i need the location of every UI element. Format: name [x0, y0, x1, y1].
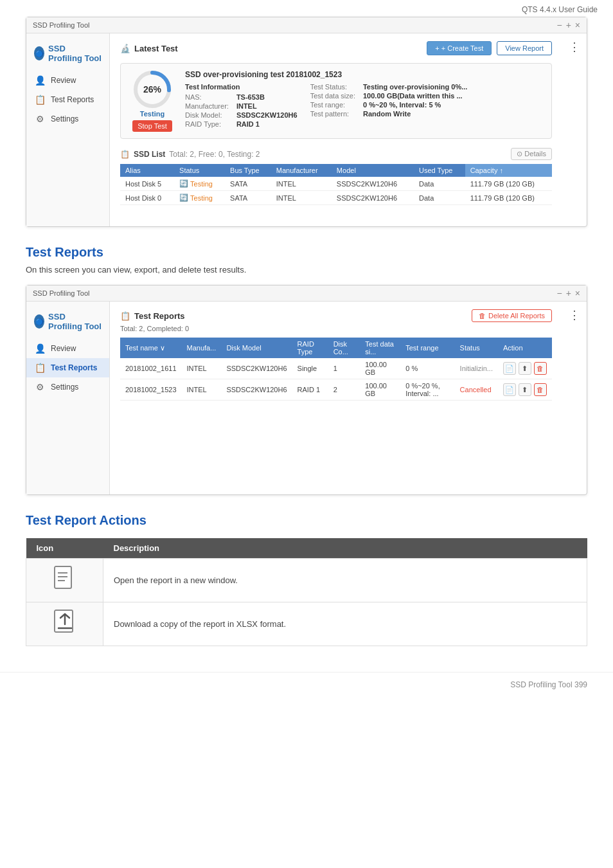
- ssd-list-subtitle: Total: 2, Free: 0, Testing: 2: [169, 150, 260, 159]
- r-datasize-0: 100.00 GB: [360, 358, 400, 379]
- r-testrange-1: 0 %~20 %, Interval: ...: [400, 379, 454, 401]
- minimize-btn-2[interactable]: −: [556, 288, 562, 298]
- r-diskmodel-0: SSDSC2KW120H6: [221, 358, 292, 379]
- test-status-section: Test Status: Testing over-provisioning 0…: [310, 83, 468, 128]
- sidebar-label-testreports-2: Test Reports: [51, 363, 97, 372]
- rth-status: Status: [455, 338, 498, 358]
- data-size-value: 100.00 GB(Data written this ...: [363, 92, 467, 100]
- sidebar-item-testreports-2[interactable]: 📋 Test Reports: [26, 358, 109, 377]
- delete-all-btn[interactable]: 🗑 Delete All Reports: [472, 309, 552, 322]
- close-btn-1[interactable]: ×: [575, 20, 580, 30]
- r-action-1: 📄 ⬆ 🗑: [498, 379, 552, 401]
- close-btn-2[interactable]: ×: [575, 288, 580, 298]
- view-report-btn[interactable]: View Report: [497, 41, 552, 55]
- export-icon: [53, 619, 76, 638]
- settings-icon-2: ⚙: [34, 382, 46, 392]
- test-range-label: Test range:: [310, 101, 355, 109]
- bustype-0: SATA: [225, 177, 271, 191]
- titlebar-1: SSD Profiling Tool − + ×: [26, 17, 587, 33]
- sidebar-item-settings-2[interactable]: ⚙ Settings: [26, 377, 109, 397]
- test-details: SSD over-provisioning test 20181002_1523…: [185, 70, 542, 132]
- mfr-0: INTEL: [271, 177, 332, 191]
- minimize-btn-1[interactable]: −: [556, 20, 562, 30]
- sidebar-item-review-2[interactable]: 👤 Review: [26, 339, 109, 358]
- r-status-0: Initializin...: [455, 358, 498, 379]
- actions-desc-0: Open the report in a new window.: [103, 559, 587, 602]
- table-row: Host Disk 0 🔄 Testing SATA INTEL SSDSC2K…: [120, 191, 552, 205]
- window-controls-1[interactable]: − + ×: [556, 20, 580, 30]
- status-badge-1: 🔄 Testing: [179, 194, 220, 202]
- app-icon-1: 🔵: [34, 46, 44, 60]
- test-status-value: Testing over-provisioning 0%...: [363, 83, 467, 91]
- window-title-1: SSD Profiling Tool: [33, 21, 89, 29]
- sidebar-item-settings-1[interactable]: ⚙ Settings: [26, 109, 109, 129]
- actions-heading: Test Report Actions: [26, 513, 587, 528]
- th-manufacturer: Manufacturer: [271, 164, 332, 177]
- guide-label: QTS 4.4.x User Guide: [0, 0, 613, 17]
- model-1: SSDSC2KW120H6: [332, 191, 414, 205]
- review-actions: + Create Test View Report: [427, 41, 552, 55]
- open-report-btn-0[interactable]: 📄: [503, 362, 516, 375]
- th-model: Model: [332, 164, 414, 177]
- test-title: SSD over-provisioning test 20181002_1523: [185, 70, 542, 79]
- sidebar-header-1: 🔵 SSD Profiling Tool: [26, 39, 109, 71]
- ssd-list-title: 📋 SSD List Total: 2, Free: 0, Testing: 2: [120, 150, 260, 159]
- test-range-value: 0 %~20 %, Interval: 5 %: [363, 101, 467, 109]
- latest-test-title: 🔬 Latest Test: [120, 44, 178, 53]
- action-icons-0: 📄 ⬆ 🗑: [503, 362, 547, 375]
- total-info: Total: 2, Completed: 0: [120, 325, 552, 332]
- three-dot-menu-1[interactable]: ⋮: [569, 41, 580, 53]
- export-report-btn-0[interactable]: ⬆: [519, 362, 531, 375]
- latest-test-icon: 🔬: [120, 44, 130, 53]
- window1-menu: ⋮: [562, 33, 587, 226]
- actions-row-0: Open the report in a new window.: [26, 559, 587, 602]
- rth-testname[interactable]: Test name ∨: [120, 338, 182, 358]
- sidebar-2: 🔵 SSD Profiling Tool 👤 Review 📋 Test Rep…: [26, 302, 110, 494]
- ssd-table: Alias Status Bus Type Manufacturer Model…: [120, 164, 552, 205]
- actions-table: Icon Description Open: [26, 538, 587, 646]
- open-report-btn-1[interactable]: 📄: [503, 383, 516, 396]
- sidebar-label-review-2: Review: [51, 344, 76, 353]
- create-test-btn[interactable]: + Create Test: [427, 41, 492, 55]
- sidebar-header-2: 🔵 SSD Profiling Tool: [26, 307, 109, 339]
- bustype-1: SATA: [225, 191, 271, 205]
- r-testname-1: 20181002_1523: [120, 379, 182, 401]
- delete-report-btn-0[interactable]: 🗑: [534, 362, 547, 375]
- manufacturer-label: Manufacturer:: [185, 102, 229, 110]
- export-report-btn-1[interactable]: ⬆: [519, 383, 531, 396]
- model-0: SSDSC2KW120H6: [332, 177, 414, 191]
- testreports-icon-2: 📋: [34, 363, 46, 373]
- latest-test-label: Latest Test: [134, 44, 178, 53]
- data-size-label: Test data size:: [310, 92, 355, 100]
- details-btn[interactable]: ⊙ Details: [511, 148, 552, 160]
- window-controls-2[interactable]: − + ×: [556, 288, 580, 298]
- rth-raidtype: RAID Type: [292, 338, 328, 358]
- maximize-btn-1[interactable]: +: [566, 20, 571, 30]
- three-dot-menu-2[interactable]: ⋮: [569, 309, 580, 321]
- sidebar-label-settings-1: Settings: [51, 114, 78, 123]
- page-footer: SSD Profiling Tool 399: [0, 672, 613, 697]
- settings-icon-1: ⚙: [34, 114, 46, 124]
- app-icon-2: 🔵: [34, 314, 44, 329]
- r-datasize-1: 100.00 GB: [360, 379, 400, 401]
- th-alias: Alias: [120, 164, 174, 177]
- test-info-panel: 26% Testing Stop Test SSD over-provision…: [120, 63, 552, 139]
- table-row: Host Disk 5 🔄 Testing SATA INTEL SSDSC2K…: [120, 177, 552, 191]
- progress-section: 26% Testing Stop Test: [130, 70, 175, 132]
- rth-datasize: Test data si...: [360, 338, 400, 358]
- review-header: 🔬 Latest Test + Create Test View Report: [120, 41, 552, 55]
- maximize-btn-2[interactable]: +: [566, 288, 571, 298]
- report-row-0: 20181002_1611 INTEL SSDSC2KW120H6 Single…: [120, 358, 552, 379]
- delete-report-btn-1[interactable]: 🗑: [534, 383, 547, 396]
- rth-manufacturer: Manufa...: [182, 338, 222, 358]
- sidebar-item-review-1[interactable]: 👤 Review: [26, 71, 109, 90]
- ssd-list-label: SSD List: [134, 150, 165, 159]
- sidebar-item-testreports-1[interactable]: 📋 Test Reports: [26, 90, 109, 109]
- window-title-2: SSD Profiling Tool: [33, 289, 89, 297]
- status-init-0: Initializin...: [460, 365, 493, 372]
- reports-title: 📋 Test Reports: [120, 311, 185, 321]
- capacity-0: 111.79 GB (120 GB): [465, 177, 552, 191]
- nas-value: TS-653B: [236, 93, 298, 101]
- status-cancelled-1: Cancelled: [460, 386, 492, 393]
- stop-test-btn[interactable]: Stop Test: [132, 120, 172, 132]
